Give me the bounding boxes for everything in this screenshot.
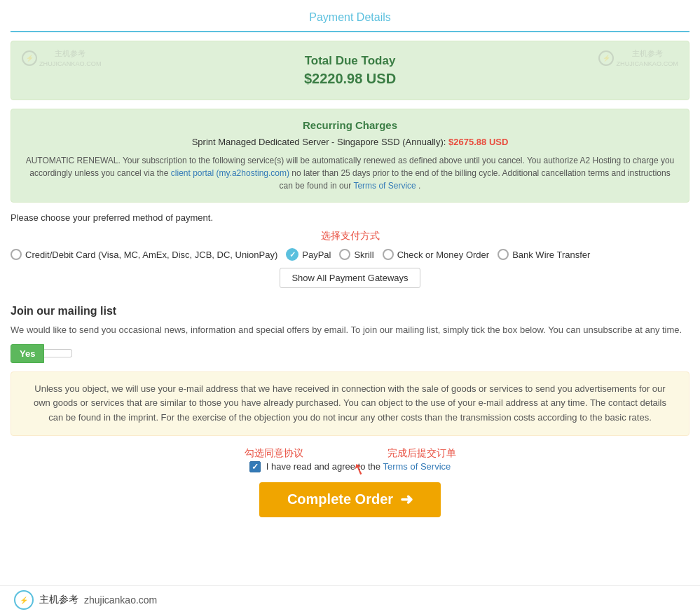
payment-method-section: Please choose your preferred method of p… [11,212,689,288]
watermark-tl: ⚡ 主机参考ZHUJICANKAO.COM [22,48,102,67]
auto-renewal-period: . [418,181,420,191]
payment-header: Payment Details [11,7,689,32]
complete-order-button[interactable]: Complete Order ➜ [259,482,441,517]
auto-renewal-mid: no later than 25 days prior to the end o… [280,168,671,191]
client-portal-link[interactable]: client portal (my.a2hosting.com) [171,168,289,178]
page-wrapper: Payment Details ⚡ 主机参考ZHUJICANKAO.COM ⚡ … [0,0,700,531]
payment-method-label: Please choose your preferred method of p… [11,212,689,223]
radio-paypal-selected [286,248,298,261]
recurring-amount: $2675.88 USD [448,137,508,147]
cn-payment-annotation: 选择支付方式 [11,230,689,243]
recurring-charges-box: Recurring Charges Sprint Managed Dedicat… [11,109,689,203]
toggle-container: Yes [11,344,689,363]
show-gateways-button[interactable]: Show All Payment Gateways [280,268,420,288]
annotations-row: 勾选同意协议 完成后提交订单 ➘ [11,447,689,460]
recurring-service: Sprint Managed Dedicated Server - Singap… [192,137,446,147]
bottom-logo: ⚡ [14,590,34,610]
watermark-logo-tr: ⚡ [598,50,614,66]
total-due-label: Total Due Today [25,54,675,68]
show-gateways-wrapper: Show All Payment Gateways [11,268,689,288]
radio-check [383,249,394,260]
payment-options: Credit/Debit Card (Visa, MC, AmEx, Disc,… [11,248,689,261]
skrill-label: Skrill [354,250,373,260]
recurring-auto-renewal: AUTOMATIC RENEWAL. Your subscription to … [25,154,675,192]
check-label: Check or Money Order [397,250,490,260]
recurring-title: Recurring Charges [25,119,675,131]
toggle-yes-button[interactable]: Yes [11,344,44,363]
payment-option-paypal[interactable]: PayPal [286,248,331,261]
radio-bank [497,249,509,260]
payment-option-check[interactable]: Check or Money Order [383,249,490,260]
watermark-tr: ⚡ 主机参考ZHUJICANKAO.COM [598,48,678,67]
tos-recurring-link[interactable]: Terms of Service [353,181,416,191]
complete-order-arrow: ➜ [400,491,413,509]
payment-option-bank[interactable]: Bank Wire Transfer [497,249,590,260]
bottom-site: zhujicankao.com [84,594,157,606]
cn-complete-annotation: 完成后提交订单 ➘ [387,447,456,460]
payment-header-title: Payment Details [309,11,391,23]
radio-skrill [339,249,350,260]
payment-option-skrill[interactable]: Skrill [339,249,373,260]
complete-order-wrapper: Complete Order ➜ [11,482,689,517]
recurring-desc: Sprint Managed Dedicated Server - Singap… [25,137,675,147]
tos-link[interactable]: Terms of Service [383,461,451,472]
toggle-no-area[interactable] [44,349,72,357]
total-due-box: ⚡ 主机参考ZHUJICANKAO.COM ⚡ 主机参考ZHUJICANKAO.… [11,41,689,100]
mailing-section: Join our mailing list We would like to s… [11,298,689,436]
radio-credit [11,249,22,260]
bank-label: Bank Wire Transfer [512,250,590,260]
tos-row: I have read and agree to the Terms of Se… [11,461,689,472]
total-due-amount: $2220.98 USD [25,71,675,87]
mailing-desc: We would like to send you occasional new… [11,323,689,337]
complete-order-label: Complete Order [287,491,393,507]
payment-option-credit[interactable]: Credit/Debit Card (Visa, MC, AmEx, Disc,… [11,249,277,260]
bottom-bar: ⚡ 主机参考 zhujicankao.com [0,585,700,614]
watermark-logo: ⚡ [22,50,37,66]
credit-label: Credit/Debit Card (Visa, MC, AmEx, Disc,… [25,250,277,260]
tos-checkbox[interactable] [249,461,261,472]
bottom-brand: 主机参考 [39,594,78,606]
cn-check-annotation: 勾选同意协议 [245,447,303,460]
notice-box: Unless you object, we will use your e-ma… [11,371,689,436]
mailing-title: Join our mailing list [11,305,689,318]
paypal-label: PayPal [302,250,331,260]
